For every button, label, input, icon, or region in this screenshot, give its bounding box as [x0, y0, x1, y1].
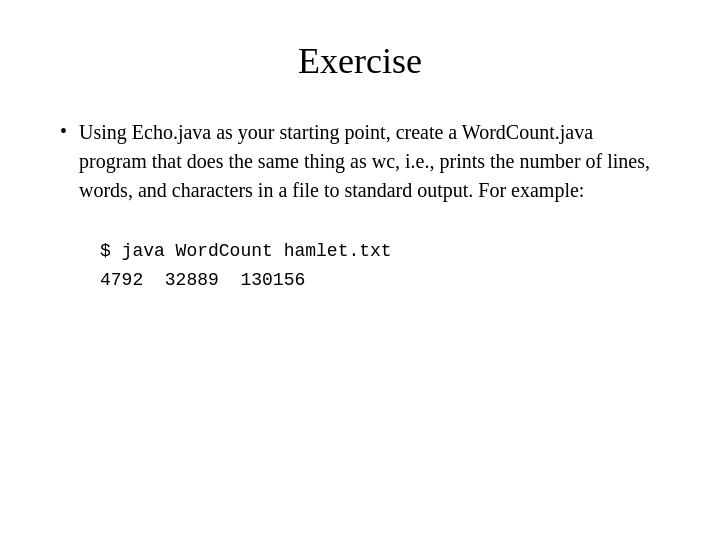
content-area: • Using Echo.java as your starting point… — [60, 118, 660, 295]
code-block: $ java WordCount hamlet.txt 4792 32889 1… — [100, 237, 392, 295]
slide-title: Exercise — [60, 40, 660, 82]
bullet-text: Using Echo.java as your starting point, … — [79, 118, 660, 205]
bullet-dot: • — [60, 120, 67, 143]
code-line-2: 4792 32889 130156 — [100, 266, 392, 295]
bullet-item: • Using Echo.java as your starting point… — [60, 118, 660, 205]
code-line-1: $ java WordCount hamlet.txt — [100, 237, 392, 266]
